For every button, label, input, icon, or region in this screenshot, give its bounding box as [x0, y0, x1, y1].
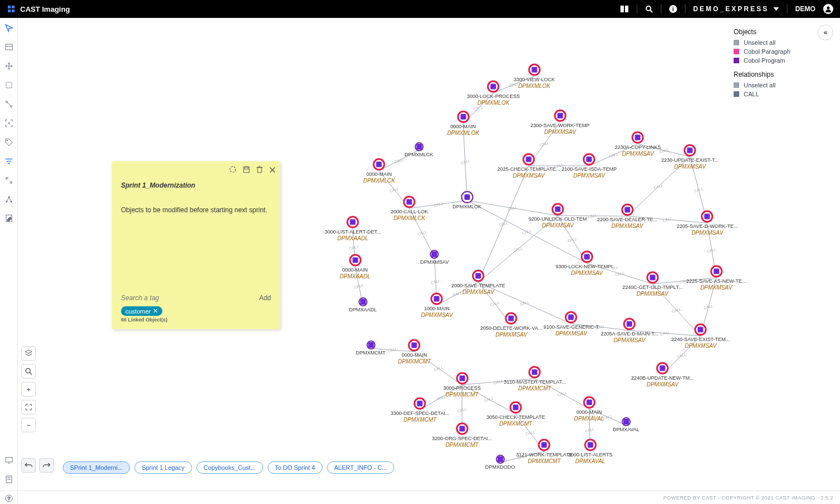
note-save-icon[interactable] — [243, 166, 250, 175]
legend-item[interactable]: Unselect all — [734, 82, 829, 88]
graph-node[interactable]: 2205A-SAVE-D-MAIN-T...DPMXMSAV — [601, 318, 658, 343]
graph-node[interactable]: 2240C-GET-OLD-TMPLT...DPMXMSAV — [622, 272, 682, 297]
layers-button[interactable] — [21, 346, 36, 361]
layout-icon[interactable] — [3, 41, 15, 53]
note-tag-search-input[interactable] — [121, 294, 199, 302]
graph-node[interactable]: 2100-SAVE-ISDA-TEMPDPMXMSAV — [562, 153, 617, 179]
graph-node[interactable]: 9200-UNLOCK-OLD-TEMDPMXMSAV — [529, 203, 587, 228]
note-refresh-icon[interactable] — [229, 166, 236, 175]
graph-node[interactable]: 3300-DEF-SPEC-DETAI...DPMXMCMT — [391, 398, 450, 423]
filter-tag[interactable]: Copybooks_Cust... — [197, 461, 263, 474]
edge-label: CALL — [525, 430, 535, 436]
note-add-tag-button[interactable]: Add — [259, 294, 271, 302]
filter-icon[interactable] — [3, 156, 15, 167]
note-close-icon[interactable] — [269, 166, 276, 175]
graph-node[interactable]: DPMXMLCK — [404, 142, 433, 158]
avatar-icon[interactable] — [823, 4, 833, 14]
legend-item[interactable]: CALL — [734, 91, 829, 97]
legend-item[interactable]: Cobol Program — [734, 57, 829, 64]
graph-node[interactable]: 2025-CHECK-TEMPLATE...DPMXMSAV — [497, 153, 560, 179]
edge-label: CALL — [433, 201, 444, 207]
graph-node[interactable]: 0000-MAINDPMXMLCK — [363, 158, 395, 184]
info-icon[interactable]: i — [669, 5, 677, 13]
graph-node[interactable]: DPMXDODO — [485, 455, 515, 470]
monitor-icon[interactable] — [3, 455, 15, 466]
move-icon[interactable] — [3, 60, 15, 72]
graph-node[interactable]: 2230A-COPY-LINKSDPMXMSAV — [615, 132, 661, 157]
graph-node[interactable]: DPMXMCMT — [356, 340, 386, 356]
path-icon[interactable] — [3, 99, 15, 110]
redo-button[interactable] — [39, 458, 54, 473]
search-icon[interactable] — [645, 5, 653, 13]
svg-point-8 — [827, 7, 830, 10]
search-button[interactable] — [21, 364, 36, 379]
undo-button[interactable] — [21, 458, 36, 473]
svg-rect-79 — [245, 167, 248, 169]
tag-icon[interactable] — [3, 137, 15, 148]
graph-node[interactable]: 3121-WORK-TEMPLATEDPMXMCMT — [516, 439, 573, 464]
hierarchy-icon[interactable] — [3, 194, 15, 205]
graph-node[interactable]: 2300-SAVE-WORK-TEMPDPMXMSAV — [530, 110, 589, 135]
filter-tag[interactable]: SPrint 1_Moderni... — [63, 461, 130, 474]
svg-rect-9 — [6, 44, 12, 50]
graph-node[interactable]: 0000-MAINDPMXAVAL — [574, 396, 604, 422]
graph-node[interactable]: 3000-PROCESSDPMXMCMT — [443, 372, 480, 398]
graph-node[interactable]: DPMXMSAV — [421, 250, 449, 265]
note-tag-chip[interactable]: customer✕ — [121, 306, 162, 316]
filter-tag[interactable]: ALERT_INFO - C... — [327, 461, 395, 474]
top-bar: CAST Imaging i DEMO_EXPRESS DEMO — [0, 0, 840, 18]
note-title: Sprint 1_Modernization — [121, 181, 271, 189]
graph-node[interactable]: 3110-MASTER-TEMPLAT...DPMXMCMT — [504, 366, 566, 391]
graph-node[interactable]: 2000-CALL-LOKDPMXMLCK — [391, 196, 428, 221]
sticky-note[interactable]: Sprint 1_Modernization Objects to be mod… — [112, 161, 280, 329]
graph-node[interactable]: 1000-MAINDPMXMSAV — [421, 293, 453, 318]
graph-node[interactable]: 2205-SAVE-D-WORK-TE...DPMXMSAV — [677, 211, 738, 236]
graph-node[interactable]: DPMXAADL — [349, 297, 377, 313]
filter-tag[interactable]: Sprint 1 Legacy — [134, 461, 192, 474]
zoom-out-button[interactable]: − — [21, 418, 36, 432]
document-icon[interactable] — [3, 474, 15, 485]
legend-item[interactable]: Unselect all — [734, 39, 829, 46]
edge-label: CALL — [473, 105, 484, 111]
graph-node[interactable]: 2225-SAVE-AS-NEW-TE...DPMXMSAV — [686, 265, 746, 291]
edge-label: CALL — [417, 230, 427, 236]
note-body[interactable]: Objects to be modified before starting n… — [121, 205, 271, 215]
svg-line-22 — [7, 198, 9, 201]
edge-label: CALL — [660, 330, 670, 336]
graph-node[interactable]: 2050-DELETE-WORK-VA...DPMXMSAV — [480, 312, 543, 338]
filter-tag[interactable]: To DO Sprint 4 — [268, 461, 323, 474]
focus-icon[interactable] — [3, 118, 15, 129]
book-icon[interactable] — [620, 5, 629, 13]
graph-node[interactable]: 0000-MAINDPMXMCMT — [398, 339, 431, 365]
graph-node[interactable]: 0000-MAINDPMXAADL — [339, 254, 370, 279]
legend-item[interactable]: Cobol Paragraph — [734, 48, 829, 55]
edge-label: CALL — [522, 228, 533, 235]
navigate-icon[interactable] — [3, 22, 15, 34]
fit-button[interactable] — [21, 400, 36, 414]
graph-node[interactable]: 9300-LOCK-NEW-TEMPL...DPMXMSAV — [556, 251, 618, 276]
note-delete-icon[interactable] — [256, 166, 263, 175]
graph-node[interactable]: 3050-CHECK-TEMPLATEDPMXMCMT — [487, 402, 545, 427]
expand-icon[interactable] — [3, 175, 15, 186]
graph-node[interactable]: 3200-ORG-SPEC-DETAI...DPMXMCMT — [432, 423, 492, 448]
edge-label: CALL — [679, 278, 690, 284]
graph-node[interactable]: 9100-SAVE-GENERIC-TDPMXMSAV — [544, 311, 599, 337]
graph-node[interactable]: 2200-SAVE-DEALER-TE...DPMXMSAV — [597, 204, 657, 229]
graph-node[interactable]: 2240-SAVE-EXIST-TEM...DPMXMSAV — [671, 324, 730, 349]
zoom-in-button[interactable]: + — [21, 382, 36, 396]
graph-node[interactable]: DPMXMLOK — [452, 191, 482, 210]
select-icon[interactable] — [3, 80, 15, 91]
graph-node[interactable]: 2240B-UPDATE-NEW-TM...DPMXMSAV — [631, 362, 694, 388]
graph-node[interactable]: 0000-MAINDPMXMLOK — [447, 111, 479, 136]
graph-node[interactable]: 3000-LIST-ALERT-DET...DPMXAADL — [325, 216, 381, 241]
graph-node[interactable]: 2230-UPDATE-EXIST-T...DPMXMSAV — [661, 144, 718, 170]
graph-node[interactable]: 3300-VIEW-LOCKDPMXMLOK — [514, 64, 554, 89]
graph-node[interactable]: 3000-LIST-ALERTSDPMXAVAL — [568, 439, 612, 464]
remove-tag-icon[interactable]: ✕ — [153, 307, 158, 315]
bottom-filter-tags: SPrint 1_Moderni...Sprint 1 LegacyCopybo… — [63, 461, 394, 474]
project-selector[interactable]: DEMO_EXPRESS — [693, 5, 779, 13]
edge-label: CALL — [707, 247, 717, 253]
edge-label: CALL — [567, 236, 578, 242]
edit-icon[interactable] — [3, 213, 15, 224]
graph-node[interactable]: DPMXAVAL — [613, 417, 640, 433]
